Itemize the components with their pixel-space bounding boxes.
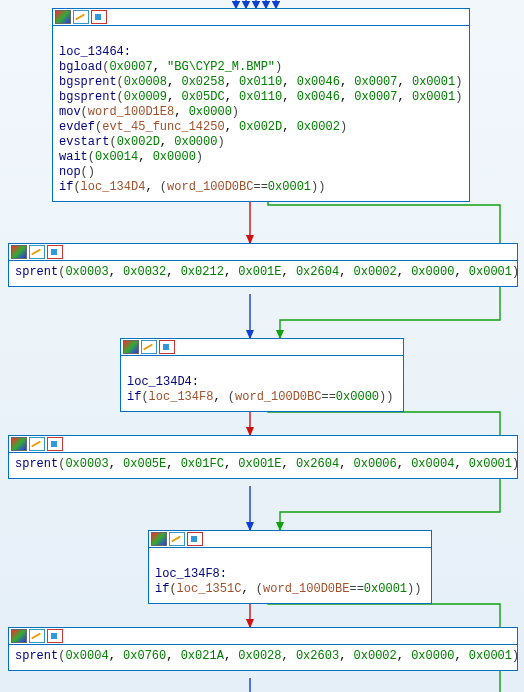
node-graph-icon	[159, 340, 175, 354]
node-color-icon	[11, 437, 27, 451]
cfg-node-loc_13464[interactable]: loc_13464:bgload(0x0007, "BG\CYP2_M.BMP"…	[52, 8, 470, 202]
node-graph-icon	[47, 629, 63, 643]
node-body: sprent(0x0003, 0x0032, 0x0212, 0x001E, 0…	[9, 261, 517, 286]
node-body: loc_134D4:if(loc_134F8, (word_100D0BC==0…	[121, 356, 403, 411]
node-body: sprent(0x0004, 0x0760, 0x021A, 0x0028, 0…	[9, 645, 517, 670]
cfg-node-sprent-1[interactable]: sprent(0x0003, 0x0032, 0x0212, 0x001E, 0…	[8, 243, 518, 287]
node-edit-icon	[29, 245, 45, 259]
node-color-icon	[123, 340, 139, 354]
node-body: loc_13464:bgload(0x0007, "BG\CYP2_M.BMP"…	[53, 26, 469, 201]
node-edit-icon	[29, 629, 45, 643]
node-header	[9, 436, 517, 453]
node-header	[149, 531, 431, 548]
node-body: loc_134F8:if(loc_1351C, (word_100D0BE==0…	[149, 548, 431, 603]
node-graph-icon	[91, 10, 107, 24]
node-body: sprent(0x0003, 0x005E, 0x01FC, 0x001E, 0…	[9, 453, 517, 478]
cfg-node-loc_134D4[interactable]: loc_134D4:if(loc_134F8, (word_100D0BC==0…	[120, 338, 404, 412]
node-edit-icon	[141, 340, 157, 354]
node-edit-icon	[169, 532, 185, 546]
node-color-icon	[11, 629, 27, 643]
node-color-icon	[151, 532, 167, 546]
node-edit-icon	[73, 10, 89, 24]
node-header	[121, 339, 403, 356]
node-color-icon	[11, 245, 27, 259]
node-header	[9, 628, 517, 645]
node-edit-icon	[29, 437, 45, 451]
cfg-node-sprent-2[interactable]: sprent(0x0003, 0x005E, 0x01FC, 0x001E, 0…	[8, 435, 518, 479]
node-header	[53, 9, 469, 26]
node-color-icon	[55, 10, 71, 24]
node-graph-icon	[47, 437, 63, 451]
node-graph-icon	[187, 532, 203, 546]
node-graph-icon	[47, 245, 63, 259]
cfg-node-sprent-3[interactable]: sprent(0x0004, 0x0760, 0x021A, 0x0028, 0…	[8, 627, 518, 671]
node-header	[9, 244, 517, 261]
cfg-node-loc_134F8[interactable]: loc_134F8:if(loc_1351C, (word_100D0BE==0…	[148, 530, 432, 604]
